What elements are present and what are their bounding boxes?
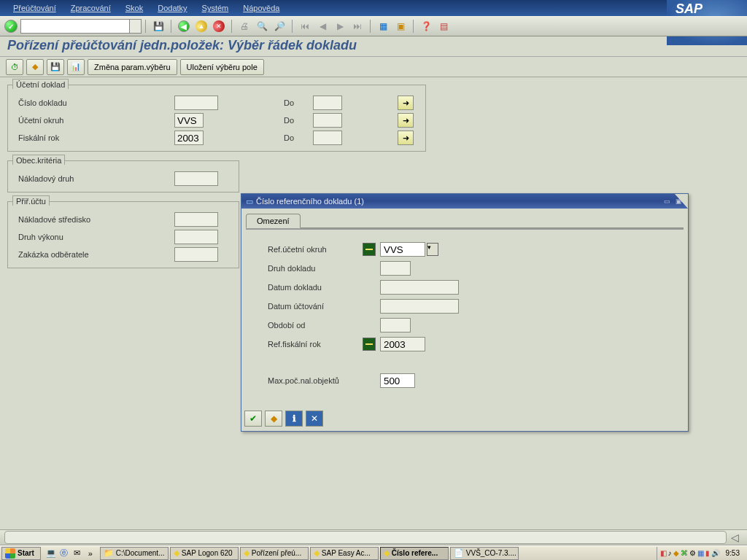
input-nakl-stredisko[interactable] [174, 212, 218, 227]
multiple-sel-icon[interactable]: ➜ [398, 131, 414, 145]
menu-system[interactable]: Systém [195, 2, 236, 14]
dialog-min-icon[interactable]: ▭ [662, 198, 672, 205]
task-sap-logon[interactable]: SAP Logon 620 [170, 547, 239, 560]
multiple-sel-icon[interactable]: ➜ [398, 96, 414, 110]
tab-strip: Omezení [246, 213, 684, 228]
label-fiskalni-rok: Fiskální rok [14, 133, 174, 142]
label-druh-vykonu: Druh výkonu [14, 233, 174, 241]
dialog-title-text: Číslo referenčního dokladu (1) [256, 197, 364, 206]
input-max-objektu[interactable] [380, 373, 415, 388]
app-toolbar: ⏱ ◆ 💾 📊 Změna param.výběru Uložení výběr… [0, 57, 747, 77]
input-druh-vykonu[interactable] [174, 230, 218, 244]
label-nakladovy-druh: Nákladový druh [14, 174, 174, 183]
execute-icon[interactable]: ⏱ [6, 59, 23, 75]
command-field[interactable] [20, 19, 130, 34]
task-porizeni[interactable]: Pořízení přeú... [240, 547, 309, 560]
input-datum-dokladu[interactable] [380, 280, 459, 295]
tray-icon[interactable]: ◆ [673, 549, 679, 557]
status-message [4, 531, 727, 544]
continue-button[interactable]: ✔ [244, 411, 262, 427]
save-field-sel-button[interactable]: Uložení výběru pole [180, 59, 264, 75]
multiple-sel-icon[interactable]: ➜ [398, 113, 414, 128]
command-dropdown[interactable] [130, 19, 142, 34]
back-icon[interactable]: ◀ [176, 19, 192, 34]
save-variant-icon[interactable]: 💾 [47, 59, 64, 75]
ql-desktop-icon[interactable]: 💻 [45, 548, 57, 559]
new-search-button[interactable]: ◆ [265, 411, 282, 427]
label-ref-rok: Ref.fiskální rok [268, 340, 363, 349]
tray-icon[interactable]: 🔊 [711, 549, 720, 557]
label-max-objektu: Max.poč.nal.objektů [268, 376, 363, 385]
label-nakl-stredisko: Nákladové středisko [14, 215, 174, 224]
task-sap-easy[interactable]: SAP Easy Ac... [310, 547, 379, 560]
tray-icon[interactable]: ◧ [660, 549, 667, 557]
ql-oe-icon[interactable]: ✉ [71, 548, 83, 559]
input-datum-uctovani[interactable] [380, 299, 459, 314]
menu-preuctovani[interactable]: Přeúčtování [6, 2, 63, 14]
label-cislo-dokladu: Číslo dokladu [14, 98, 174, 107]
last-page-icon[interactable]: ⏭ [349, 19, 365, 34]
input-cislo-dokladu-to[interactable] [313, 96, 342, 110]
selection-option-icon[interactable] [363, 243, 376, 256]
find-next-icon[interactable]: 🔎 [271, 19, 287, 34]
group-label: Přiř.účtu [12, 195, 50, 206]
selection-option-icon[interactable] [363, 338, 376, 351]
task-cislo-refere[interactable]: Číslo refere... [380, 547, 449, 560]
menu-dodatky[interactable]: Dodatky [150, 2, 194, 14]
label-ucetni-okruh: Účetní okruh [14, 116, 174, 125]
input-fiskalni-rok-to[interactable] [313, 131, 342, 145]
tray-icon[interactable]: ♪ [668, 549, 672, 557]
enter-button[interactable]: ✓ [4, 20, 18, 33]
dynamic-sel-icon[interactable]: 📊 [67, 59, 85, 75]
menu-napoveda[interactable]: Nápověda [236, 2, 287, 14]
help-icon[interactable]: ❓ [418, 19, 434, 34]
task-documents[interactable]: C:\Document... [100, 547, 169, 560]
first-page-icon[interactable]: ⏮ [297, 19, 313, 34]
input-ucetni-okruh-to[interactable] [313, 113, 342, 128]
dialog-titlebar[interactable]: ▭ Číslo referenčního dokladu (1) ▭ ▣ [241, 194, 688, 209]
input-fiskalni-rok[interactable] [174, 131, 204, 145]
save-icon[interactable]: 💾 [150, 19, 166, 34]
info-button[interactable]: ℹ [285, 411, 303, 427]
tray-icon[interactable]: ▮ [705, 549, 710, 557]
tab-omezeni[interactable]: Omezení [246, 214, 301, 228]
cancel-icon[interactable]: ✕ [211, 19, 227, 34]
input-ucetni-okruh[interactable] [174, 113, 204, 128]
layout-icon[interactable]: ▤ [436, 19, 452, 34]
dialog-footer: ✔ ◆ ℹ ✕ [241, 406, 688, 431]
find-icon[interactable]: 🔍 [254, 19, 270, 34]
change-params-button[interactable]: Změna param.výběru [88, 59, 177, 75]
next-page-icon[interactable]: ▶ [332, 19, 348, 34]
menu-zpracovani[interactable]: Zpracování [63, 2, 118, 14]
sap-icon [384, 548, 390, 558]
input-zakazka[interactable] [174, 247, 218, 262]
label-do: Do [284, 133, 313, 142]
start-button[interactable]: Start [1, 547, 41, 560]
input-nakladovy-druh[interactable] [174, 171, 218, 186]
close-button[interactable]: ✕ [306, 411, 323, 427]
statusbar: ◁ [0, 529, 747, 545]
print-icon[interactable]: 🖨 [236, 19, 252, 34]
tray-icon[interactable]: ⚙ [689, 549, 696, 557]
input-obdobi[interactable] [380, 318, 411, 332]
exit-icon[interactable]: ▲ [193, 19, 209, 34]
task-vvs-co[interactable]: VVŠ_CO-7.3.... [450, 547, 519, 560]
tray-icon[interactable]: ▦ [697, 549, 704, 557]
variant-icon[interactable]: ◆ [26, 59, 44, 75]
new-session-icon[interactable]: ▦ [375, 19, 391, 34]
shortcut-icon[interactable]: ▣ [392, 19, 409, 34]
prev-page-icon[interactable]: ◀ [314, 19, 330, 34]
tray-icon[interactable]: ⌘ [681, 549, 688, 557]
input-druh-dokladu[interactable] [380, 261, 411, 276]
clock[interactable]: 9:53 [721, 549, 744, 557]
label-druh-dokladu: Druh dokladu [268, 264, 363, 273]
menu-skok[interactable]: Skok [118, 2, 150, 14]
input-cislo-dokladu[interactable] [174, 96, 218, 110]
ql-ie-icon[interactable]: ⓔ [58, 548, 70, 559]
ql-chevron-icon[interactable]: » [85, 548, 96, 559]
input-ref-okruh[interactable] [380, 242, 425, 257]
status-expand-icon[interactable]: ◁ [731, 532, 743, 543]
label-obdobi: Období od [268, 321, 363, 330]
f4-help-icon[interactable]: ▾ [427, 243, 438, 256]
input-ref-rok[interactable] [380, 337, 425, 351]
